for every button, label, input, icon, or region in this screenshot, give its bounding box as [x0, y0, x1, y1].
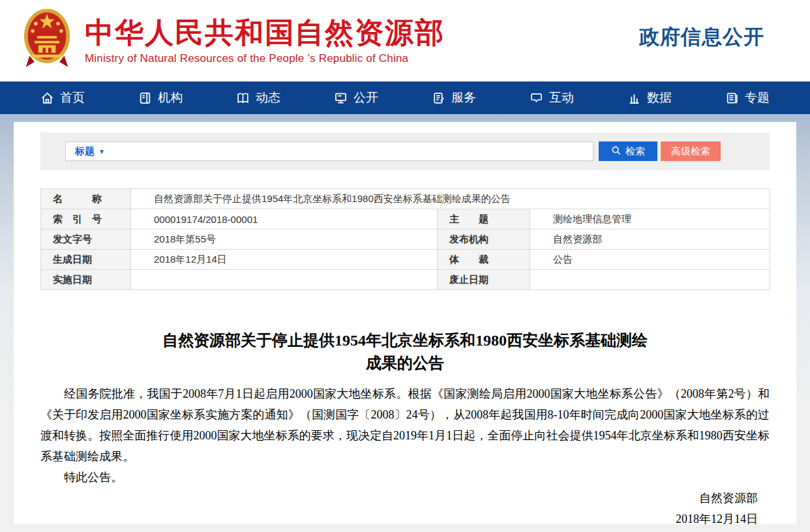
signature-org: 自然资源部: [40, 488, 770, 509]
search-input[interactable]: 标题 ▼: [65, 141, 593, 161]
content-panel: 标题 ▼ 检索 高级检索 名 称 自然资源部关于停止提供1954年北京坐标系和1…: [14, 122, 796, 524]
meta-label-issuer: 发布机构: [438, 229, 530, 250]
search-button-label: 检索: [625, 145, 645, 158]
service-icon: [432, 91, 445, 105]
home-icon: [40, 91, 54, 105]
meta-value-repeal-date: [530, 270, 770, 290]
table-row: 发文字号 2018年第55号 发布机构 自然资源部: [41, 229, 770, 250]
brand-block: 中华人民共和国自然资源部 Ministry of Natural Resourc…: [85, 16, 445, 65]
meta-value-genre: 公告: [530, 250, 770, 270]
meta-value-create-date: 2018年12月14日: [131, 250, 438, 270]
advanced-search-button[interactable]: 高级检索: [661, 141, 721, 161]
topics-icon: [725, 91, 739, 105]
gov-info-disclosure-link[interactable]: 政府信息公开: [639, 23, 764, 51]
search-section: 标题 ▼ 检索 高级检索: [40, 132, 770, 170]
nav-label: 专题: [745, 89, 770, 106]
nav-item-topics[interactable]: 专题: [698, 81, 796, 114]
meta-label-genre: 体 裁: [438, 250, 530, 270]
document-meta-table: 名 称 自然资源部关于停止提供1954年北京坐标系和1980西安坐标系基础测绘成…: [40, 188, 770, 290]
nav-label: 服务: [451, 89, 476, 106]
data-icon: [627, 91, 641, 105]
interaction-icon: [530, 91, 543, 105]
nav-item-organization[interactable]: 机构: [112, 81, 209, 114]
nav-item-interaction[interactable]: 互动: [503, 81, 601, 114]
meta-value-issuer: 自然资源部: [530, 229, 770, 250]
nav-label: 首页: [60, 89, 85, 106]
nav-item-home[interactable]: 首页: [14, 81, 112, 114]
nav-label: 公开: [353, 89, 378, 106]
nav-item-data[interactable]: 数据: [601, 81, 698, 114]
nav-label: 机构: [158, 89, 183, 106]
search-field-label: 标题: [75, 145, 95, 158]
article-paragraph: 经国务院批准，我国于2008年7月1日起启用2000国家大地坐标系。根据《国家测…: [40, 383, 770, 467]
meta-value-doc-no: 2018年第55号: [131, 229, 438, 250]
meta-label-index-no: 索 引 号: [41, 209, 131, 229]
announcement-article: 自然资源部关于停止提供1954年北京坐标系和1980西安坐标系基础测绘成果的公告…: [40, 329, 770, 529]
meta-value-subject: 测绘地理信息管理: [530, 209, 770, 229]
site-title-cn: 中华人民共和国自然资源部: [85, 16, 445, 50]
nav-label: 动态: [256, 89, 280, 106]
nav-label: 数据: [647, 89, 672, 106]
nav-item-disclosure[interactable]: 公开: [307, 81, 405, 114]
signature-date: 2018年12月14日: [40, 509, 770, 529]
search-button[interactable]: 检索: [599, 141, 657, 161]
news-icon: [236, 91, 250, 105]
meta-value-index-no: 000019174/2018-00001: [131, 209, 438, 229]
main-nav: 首页 机构 动态 公开 服务 互动 数据 专题: [0, 81, 810, 114]
site-header: 中华人民共和国自然资源部 Ministry of Natural Resourc…: [0, 0, 810, 81]
nav-item-news[interactable]: 动态: [209, 81, 307, 114]
meta-label-name: 名 称: [41, 189, 131, 209]
meta-label-doc-no: 发文字号: [41, 229, 131, 250]
meta-value-effective-date: [131, 270, 438, 290]
organization-icon: [138, 91, 152, 105]
table-row: 名 称 自然资源部关于停止提供1954年北京坐标系和1980西安坐标系基础测绘成…: [41, 189, 770, 209]
table-row: 生成日期 2018年12月14日 体 裁 公告: [41, 250, 770, 270]
meta-value-name: 自然资源部关于停止提供1954年北京坐标系和1980西安坐标系基础测绘成果的公告: [131, 189, 770, 209]
nav-label: 互动: [549, 89, 574, 106]
site-title-en: Ministry of Natural Resources of the Peo…: [85, 52, 445, 65]
meta-label-create-date: 生成日期: [41, 250, 131, 270]
table-row: 索 引 号 000019174/2018-00001 主 题 测绘地理信息管理: [41, 209, 770, 229]
meta-label-subject: 主 题: [438, 209, 530, 229]
page-title: 自然资源部关于停止提供1954年北京坐标系和1980西安坐标系基础测绘成果的公告: [157, 329, 653, 375]
article-paragraph: 特此公告。: [40, 467, 770, 488]
meta-label-repeal-date: 废止日期: [438, 270, 530, 290]
chevron-down-icon: ▼: [98, 148, 105, 155]
advanced-search-label: 高级检索: [671, 145, 710, 158]
nav-item-service[interactable]: 服务: [405, 81, 503, 114]
search-icon: [611, 145, 622, 158]
meta-label-effective-date: 实施日期: [41, 270, 131, 290]
disclosure-icon: [334, 91, 348, 105]
search-field-dropdown[interactable]: 标题 ▼: [75, 145, 105, 158]
table-row: 实施日期 废止日期: [41, 270, 770, 290]
national-emblem-logo[interactable]: [22, 7, 72, 70]
